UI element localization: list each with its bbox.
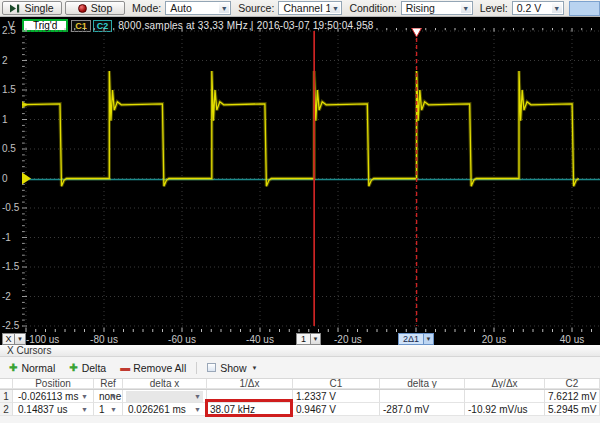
source-label: Source:: [238, 2, 274, 14]
chevron-down-icon: ▼: [330, 3, 340, 13]
x-tick-label: 20 us: [469, 334, 519, 345]
chevron-down-icon: ▼: [552, 3, 562, 13]
plus-icon: ✚: [69, 362, 77, 373]
single-step-icon: [10, 4, 20, 13]
normal-button-label: Normal: [21, 362, 55, 374]
col-header-delta-x: delta x: [123, 379, 207, 389]
condition-select[interactable]: Rising ▼: [401, 1, 473, 15]
panel-title[interactable]: X Cursors: [0, 345, 600, 357]
cursor2-position-value: 0.14837 us: [18, 404, 68, 415]
plus-icon: ✚: [9, 362, 17, 373]
y-tick-label: -1.5: [2, 262, 21, 272]
chevron-down-icon: ▼: [192, 404, 203, 415]
single-button[interactable]: Single: [2, 1, 62, 15]
c1-level-marker-icon[interactable]: [22, 101, 28, 108]
cursor1-c1-value: 1.2337 V: [293, 390, 380, 403]
x-tick-label: -100 us: [26, 334, 59, 345]
c1-zero-marker-icon[interactable]: [22, 173, 31, 185]
scope-plot: [22, 28, 600, 333]
x-tick-label: -80 us: [79, 334, 129, 345]
y-tick-label: -0.5: [2, 203, 21, 213]
chevron-down-icon: ▼: [108, 391, 119, 402]
cursors-toolbar: ✚ Normal ✚ Delta ▬ Remove All Show ▼: [0, 357, 600, 378]
mode-label: Mode:: [132, 2, 161, 14]
y-tick-label: -2: [2, 292, 21, 302]
cursor1-dydx-value: [465, 390, 545, 403]
level-label: Level:: [480, 2, 508, 14]
chevron-down-icon: ▼: [461, 3, 471, 13]
add-normal-cursor-button[interactable]: ✚ Normal: [9, 362, 55, 374]
show-menu-button[interactable]: Show ▼: [207, 362, 257, 374]
col-header-delta-y: delta y: [380, 379, 465, 389]
chevron-down-icon: ▼: [192, 391, 203, 402]
col-header-c1: C1: [293, 379, 380, 389]
chevron-down-icon: ▼: [79, 391, 90, 402]
cursor1-position-value: -0.026113 ms: [18, 391, 78, 402]
delta-button-label: Delta: [82, 362, 107, 374]
chevron-down-icon: ▼: [252, 365, 258, 371]
stop-icon: [78, 4, 87, 13]
mode-select[interactable]: Auto ▼: [165, 1, 231, 15]
toolbar-separator: [196, 362, 197, 374]
y-tick-label: 1: [2, 115, 21, 125]
cursor1-c2-value: 7.6212 mV: [545, 390, 600, 403]
x-tick-label: -60 us: [157, 334, 207, 345]
minus-icon: ▬: [120, 362, 129, 373]
col-header-dydx: Δy/Δx: [465, 379, 545, 389]
cursor-1-tag-label: 1: [296, 333, 311, 345]
col-header-c2: C2: [545, 379, 600, 389]
cursor-2-tag[interactable]: 2Δ1 ▼: [398, 333, 434, 345]
chevron-down-icon: ▼: [79, 404, 90, 415]
x-cursors-panel: X Cursors ✚ Normal ✚ Delta ▬ Remove All …: [0, 345, 600, 423]
col-header-ref: Ref: [94, 379, 123, 389]
table-row: 2 0.14837 us ▼ 1 ▼ 0.026261 ms ▼ 38.07 k…: [0, 403, 600, 416]
cursor2-position-combo[interactable]: 0.14837 us ▼: [16, 404, 90, 415]
cursor1-ref-combo[interactable]: none ▼: [97, 391, 119, 402]
cursor2-delta-x-combo[interactable]: 0.026261 ms ▼: [126, 404, 203, 415]
show-button-label: Show: [220, 362, 246, 374]
cursor2-inv-dx-value: 38.07 kHz: [207, 403, 293, 416]
show-columns-icon: [207, 363, 216, 372]
cursor-2-tag-label: 2Δ1: [398, 333, 424, 345]
stop-button-label: Stop: [91, 2, 113, 14]
mode-value: Auto: [170, 2, 192, 14]
x-axis-mode-label: X: [2, 333, 15, 345]
row-number: 1: [0, 390, 13, 403]
cursor2-delta-y-value: -287.0 mV: [380, 403, 465, 416]
y-tick-label: -2.5: [2, 321, 21, 331]
source-select[interactable]: Channel 1 ▼: [278, 1, 342, 15]
cursor2-ref-combo[interactable]: 1 ▼: [97, 404, 119, 415]
remove-all-button[interactable]: ▬ Remove All: [120, 362, 186, 374]
cursor1-delta-x-combo: ▼: [126, 391, 203, 402]
chevron-down-icon: ▼: [424, 333, 434, 345]
cursor2-dydx-value: -10.92 mV/us: [465, 403, 545, 416]
chevron-down-icon: ▼: [15, 333, 26, 345]
chevron-down-icon: ▼: [219, 3, 229, 13]
col-header-inv-dx: 1/Δx: [207, 379, 293, 389]
chevron-down-icon: ▼: [311, 333, 321, 345]
x-axis-mode-button[interactable]: X ▼: [2, 333, 26, 345]
y-tick-label: 1.5: [2, 85, 21, 95]
add-delta-cursor-button[interactable]: ✚ Delta: [69, 362, 106, 374]
trigger-position-marker-icon[interactable]: [412, 28, 422, 37]
cursors-table: Position Ref delta x 1/Δx C1 delta y Δy/…: [0, 378, 600, 416]
cursor2-c1-value: 0.9467 V: [293, 403, 380, 416]
y-tick-label: -1: [2, 233, 21, 243]
cursor1-delta-y-value: [380, 390, 465, 403]
main-toolbar: Single Stop Mode: Auto ▼ Source: Channel…: [0, 0, 600, 17]
cursor1-inv-dx-value: [207, 390, 293, 403]
cursor2-delta-x-value: 0.026261 ms: [128, 404, 186, 415]
level-combo[interactable]: 0.2 V ▼: [512, 1, 564, 15]
x-tick-label: 40 us: [547, 334, 597, 345]
c1-trace: [22, 71, 579, 186]
table-row: 1 -0.026113 ms ▼ none ▼ ▼ 1.2337 V 7.621…: [0, 390, 600, 403]
single-button-label: Single: [24, 2, 53, 14]
y-tick-label: 0.5: [2, 144, 21, 154]
toolbar-highlight-area: [569, 1, 600, 16]
cursor1-position-combo[interactable]: -0.026113 ms ▼: [16, 391, 90, 402]
table-header-row: Position Ref delta x 1/Δx C1 delta y Δy/…: [0, 378, 600, 390]
y-tick-label: 2: [2, 56, 21, 66]
condition-value: Rising: [406, 2, 435, 14]
stop-button[interactable]: Stop: [65, 1, 125, 15]
cursor-1-tag[interactable]: 1 ▼: [296, 333, 321, 345]
